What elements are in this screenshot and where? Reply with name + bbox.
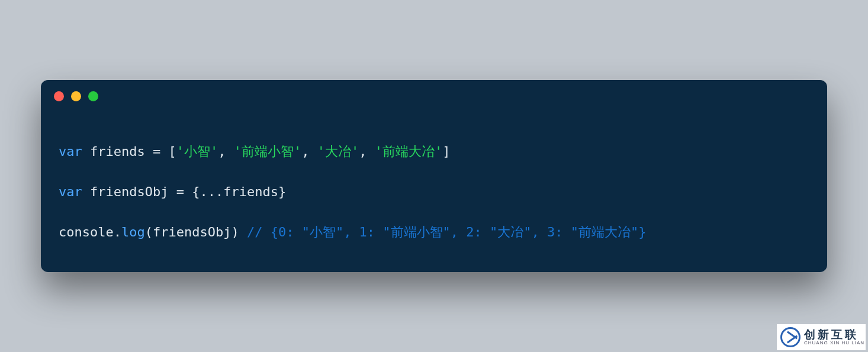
- identifier-friendsObj: friendsObj: [90, 184, 168, 199]
- identifier-friends: friends: [90, 144, 145, 159]
- punct: = {...: [168, 184, 223, 199]
- identifier-friends-ref: friends: [223, 184, 278, 199]
- comment: // {0: "小智", 1: "前端小智", 2: "大冶", 3: "前端大…: [247, 225, 647, 239]
- punct: = [: [145, 144, 176, 159]
- watermark-text: 创新互联 CHUANG XIN HU LIAN: [804, 329, 864, 345]
- punct: ,: [218, 144, 234, 159]
- minimize-icon[interactable]: [71, 91, 81, 101]
- watermark-en: CHUANG XIN HU LIAN: [804, 341, 864, 345]
- keyword-var: var: [59, 144, 82, 159]
- punct: ]: [442, 144, 450, 159]
- punct: ): [231, 225, 247, 239]
- watermark-cn: 创新互联: [804, 329, 864, 341]
- punct: .: [114, 225, 121, 239]
- punct: ,: [301, 144, 317, 159]
- code-window: var friends = ['小智', '前端小智', '大冶', '前端大冶…: [41, 80, 827, 272]
- string-literal: '小智': [176, 144, 218, 159]
- punct: }: [278, 184, 286, 199]
- page-stage: var friends = ['小智', '前端小智', '大冶', '前端大冶…: [0, 0, 868, 352]
- string-literal: '大冶': [317, 144, 359, 159]
- window-titlebar: [41, 80, 827, 113]
- watermark: 创新互联 CHUANG XIN HU LIAN: [777, 324, 866, 350]
- punct: ,: [359, 144, 375, 159]
- method-log: log: [121, 225, 145, 239]
- code-block: var friends = ['小智', '前端小智', '大冶', '前端大冶…: [41, 113, 827, 248]
- keyword-var: var: [59, 184, 82, 199]
- identifier-console: console: [59, 225, 114, 239]
- zoom-icon[interactable]: [88, 91, 98, 101]
- punct: (: [145, 225, 153, 239]
- close-icon[interactable]: [54, 91, 64, 101]
- watermark-logo-icon: [780, 327, 801, 347]
- string-literal: '前端小智': [234, 144, 302, 159]
- identifier-friendsObj-arg: friendsObj: [153, 225, 231, 239]
- string-literal: '前端大冶': [375, 144, 443, 159]
